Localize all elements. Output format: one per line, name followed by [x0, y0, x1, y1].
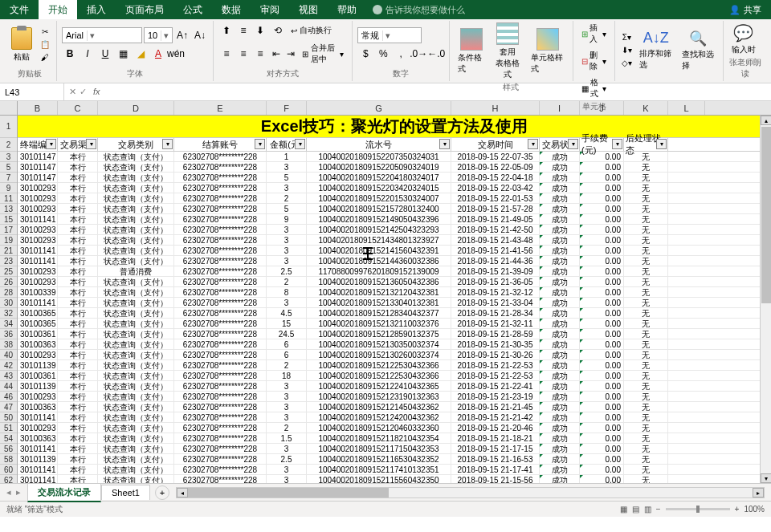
align-bottom-button[interactable]: ⬇ [252, 22, 268, 39]
cell[interactable]: 30101141 [18, 256, 58, 266]
cell[interactable]: 2018-09-15 21-18-21 [451, 433, 540, 443]
cell[interactable]: 无 [624, 412, 668, 422]
cell[interactable]: 100400201809152116530432352 [307, 454, 451, 464]
cell[interactable]: 状态查询（支付） [98, 256, 174, 266]
format-painter-button[interactable]: 🖌 [39, 52, 51, 63]
cell[interactable]: 2018-09-15 22-03-42 [451, 183, 540, 193]
cell[interactable]: 0.00 [580, 246, 624, 255]
cell[interactable]: 0.00 [580, 402, 624, 412]
cell[interactable]: 本行 [58, 298, 98, 307]
scroll-up-button[interactable]: ▴ [761, 116, 771, 125]
row-header[interactable]: 34 [0, 319, 17, 329]
row-header[interactable]: 21 [0, 246, 17, 256]
cancel-formula-button[interactable]: ✕ [69, 87, 76, 97]
cell[interactable]: 本行 [58, 475, 98, 483]
cell[interactable]: 无 [624, 402, 668, 412]
cell[interactable]: 1.5 [267, 433, 307, 443]
cell[interactable]: 本行 [58, 225, 98, 234]
table-row[interactable]: 30101141本行状态查询（支付）62302708********228310… [18, 298, 771, 308]
cell[interactable]: 30100293 [18, 277, 58, 286]
cell[interactable]: 62302708********228 [174, 392, 267, 401]
tab-insert[interactable]: 插入 [77, 0, 116, 19]
cell[interactable]: 62302708********228 [174, 266, 267, 276]
cell[interactable]: 30100293 [18, 235, 58, 245]
cell[interactable]: 状态查询（支付） [98, 329, 174, 339]
cell[interactable]: 100400201809152120460332360 [307, 423, 451, 433]
table-row[interactable]: 30101141本行状态查询（支付）62302708********228310… [18, 412, 771, 423]
cell[interactable]: 成功 [540, 350, 580, 359]
cell[interactable]: 成功 [540, 412, 580, 422]
align-center-button[interactable]: ≡ [235, 46, 251, 62]
bold-button[interactable]: B [62, 46, 78, 62]
cut-button[interactable]: ✂ [39, 26, 51, 38]
cell[interactable]: 本行 [58, 287, 98, 297]
filter-button[interactable]: ▾ [46, 139, 56, 149]
cell[interactable]: 0.00 [580, 298, 624, 307]
row-header[interactable]: 42 [0, 360, 17, 371]
row-header[interactable]: 26 [0, 277, 17, 287]
cell[interactable]: 2018-09-15 21-32-11 [451, 319, 540, 328]
cell[interactable]: 100400201809152157280132400 [307, 204, 451, 213]
cell[interactable]: 本行 [58, 152, 98, 161]
filter-button[interactable]: ▾ [528, 139, 538, 149]
cell[interactable]: 30101139 [18, 381, 58, 391]
cell[interactable]: 3 [267, 465, 307, 474]
cell[interactable]: 状态查询（支付） [98, 308, 174, 318]
cell[interactable]: 6 [267, 339, 307, 349]
cell[interactable]: 100400201809152117410132351 [307, 465, 451, 474]
zoom-thumb[interactable] [696, 506, 700, 513]
table-row[interactable]: 30100293本行状态查询（支付）62302708********228310… [18, 392, 771, 402]
cell[interactable]: 2018-09-15 21-49-05 [451, 214, 540, 224]
cell[interactable]: 100400201809152118210432354 [307, 433, 451, 443]
row-header[interactable]: 25 [0, 266, 17, 277]
row-header[interactable]: 56 [0, 444, 17, 454]
underline-button[interactable]: U [97, 46, 113, 62]
cell[interactable]: 2018-09-15 21-33-04 [451, 298, 540, 307]
increase-decimal-button[interactable]: .0→ [410, 46, 426, 62]
cell[interactable]: 无 [624, 246, 668, 255]
cell[interactable]: 0.00 [580, 162, 624, 172]
cell[interactable]: 本行 [58, 214, 98, 224]
cell[interactable]: 100400201809152130350032374 [307, 339, 451, 349]
row-header[interactable]: 28 [0, 287, 17, 298]
font-color-button[interactable]: A [150, 46, 166, 62]
cell[interactable]: 3 [267, 402, 307, 412]
cell[interactable]: 成功 [540, 214, 580, 224]
cell[interactable]: 100400201809152207350324031 [307, 152, 451, 161]
col-header-H[interactable]: H [451, 101, 540, 115]
cell[interactable]: 0.00 [580, 475, 624, 483]
cell[interactable]: 62302708********228 [174, 173, 267, 182]
table-row[interactable]: 30101139本行状态查询（支付）62302708********228310… [18, 381, 771, 392]
cell[interactable]: 62302708********228 [174, 152, 267, 161]
cell[interactable]: 状态查询（支付） [98, 381, 174, 391]
zoom-slider[interactable] [666, 508, 730, 510]
cell[interactable]: 无 [624, 465, 668, 474]
cell[interactable]: 30100361 [18, 329, 58, 339]
row-header[interactable]: 62 [0, 475, 17, 483]
cell[interactable]: 4.5 [267, 308, 307, 318]
cell[interactable]: 成功 [540, 183, 580, 193]
cell[interactable]: 100400201809152128340432377 [307, 308, 451, 318]
table-row[interactable]: 30101141本行状态查询（支付）62302708********228310… [18, 475, 771, 483]
table-row[interactable]: 30101147本行状态查询（支付）62302708********228510… [18, 173, 771, 183]
cell[interactable]: 3 [267, 475, 307, 483]
cell[interactable]: 0.00 [580, 308, 624, 318]
name-box[interactable]: L43 [0, 83, 64, 100]
cell[interactable]: 状态查询（支付） [98, 392, 174, 401]
cell[interactable]: 状态查询（支付） [98, 371, 174, 380]
cell[interactable]: 100400201809152205090324019 [307, 162, 451, 172]
cell[interactable]: 100400201809152121450432362 [307, 402, 451, 412]
cell[interactable]: 本行 [58, 360, 98, 370]
col-header-L[interactable]: L [668, 101, 705, 115]
cell[interactable]: 30100293 [18, 392, 58, 401]
cell[interactable]: 状态查询（支付） [98, 444, 174, 453]
cell[interactable]: 0.00 [580, 433, 624, 443]
row-header[interactable]: 11 [0, 193, 17, 204]
sheet-tab-sheet1[interactable]: Sheet1 [101, 485, 150, 500]
col-header-I[interactable]: I [540, 101, 580, 115]
cell[interactable]: 成功 [540, 287, 580, 297]
cell[interactable]: 状态查询（支付） [98, 465, 174, 474]
font-name-combo[interactable]: Arial▾ [62, 27, 142, 43]
cell[interactable]: 0.00 [580, 287, 624, 297]
cell[interactable]: 0.00 [580, 277, 624, 286]
